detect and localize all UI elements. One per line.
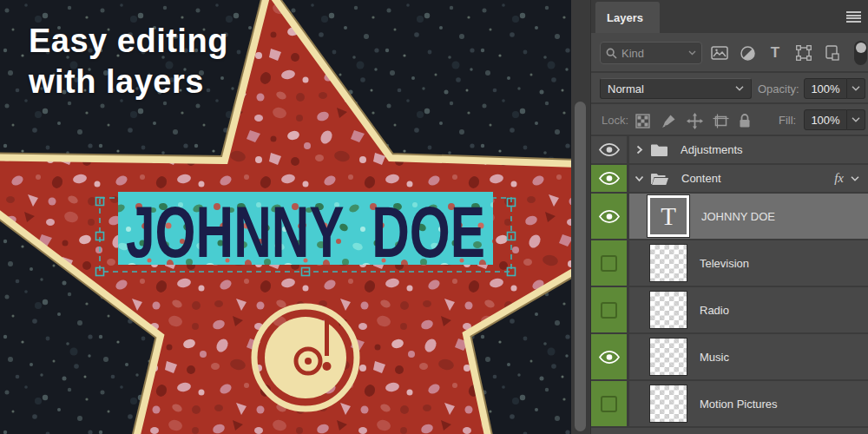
layer-name: Content bbox=[681, 172, 721, 185]
panel-tab-strip: Layers bbox=[591, 0, 868, 33]
folder-icon bbox=[650, 143, 668, 157]
layer-list: Adjustments Content bbox=[591, 136, 868, 428]
tab-layers-label: Layers bbox=[607, 11, 643, 24]
visibility-toggle[interactable] bbox=[591, 334, 629, 379]
eye-icon bbox=[599, 210, 620, 223]
photoshop-window: JOHNNY DOE Easy editing with layers Laye… bbox=[0, 0, 868, 434]
caption-line-1: Easy editing bbox=[29, 21, 228, 62]
layer-name: JOHNNY DOE bbox=[701, 210, 775, 223]
visibility-toggle[interactable] bbox=[591, 165, 629, 192]
lock-row: Lock: Fill: 100% bbox=[591, 104, 868, 136]
opacity-label: Opacity: bbox=[758, 82, 799, 95]
layer-row[interactable]: Content fx bbox=[591, 165, 868, 194]
lock-pixels-brush-icon[interactable] bbox=[659, 111, 678, 130]
layers-panel: Layers Kind T bbox=[590, 0, 868, 434]
visibility-checkbox bbox=[601, 255, 617, 272]
filter-kind-label: Kind bbox=[621, 47, 688, 60]
visibility-toggle[interactable] bbox=[591, 136, 629, 163]
visibility-checkbox bbox=[601, 396, 617, 412]
blend-mode-select[interactable]: Normal bbox=[600, 78, 752, 99]
layer-name: Motion Pictures bbox=[700, 398, 778, 411]
group-chevron-icon[interactable] bbox=[635, 174, 644, 183]
visibility-checkbox bbox=[601, 302, 617, 319]
chevron-down-icon bbox=[735, 86, 744, 91]
lock-label: Lock: bbox=[602, 114, 628, 127]
fill-chevron-icon[interactable] bbox=[847, 109, 865, 130]
filter-toggle[interactable] bbox=[854, 41, 867, 65]
eye-icon bbox=[599, 351, 620, 364]
visibility-toggle[interactable] bbox=[591, 381, 629, 426]
filter-kind-select[interactable]: Kind bbox=[600, 42, 702, 64]
layer-row[interactable]: T JOHNNY DOE bbox=[591, 194, 868, 240]
layer-thumbnail[interactable] bbox=[649, 338, 687, 376]
layer-thumbnail[interactable] bbox=[649, 385, 687, 423]
layer-thumbnail[interactable]: T bbox=[648, 195, 689, 237]
opacity-value: 100% bbox=[811, 82, 839, 95]
star-name-text[interactable]: JOHNNY DOE bbox=[126, 191, 485, 273]
layer-name: Radio bbox=[700, 304, 729, 317]
fill-value-field[interactable]: 100% bbox=[804, 109, 847, 130]
eye-icon bbox=[599, 172, 620, 185]
lock-all-icon[interactable] bbox=[735, 111, 754, 130]
scrollbar-thumb[interactable] bbox=[575, 102, 586, 431]
caption-line-2: with layers bbox=[29, 62, 228, 102]
music-record-emblem bbox=[254, 306, 357, 409]
layer-row[interactable]: Motion Pictures bbox=[591, 381, 868, 428]
text-layer-glyph: T bbox=[661, 202, 676, 231]
chevron-down-icon bbox=[688, 50, 696, 56]
layer-row[interactable]: Music bbox=[591, 334, 868, 381]
lock-artboard-icon[interactable] bbox=[711, 111, 730, 130]
visibility-toggle[interactable] bbox=[591, 194, 629, 239]
layer-thumbnail[interactable] bbox=[649, 244, 687, 282]
visibility-toggle[interactable] bbox=[591, 240, 629, 286]
panel-menu-icon[interactable] bbox=[846, 11, 861, 23]
tab-layers[interactable]: Layers bbox=[595, 2, 660, 33]
fx-icon[interactable]: fx bbox=[834, 171, 844, 186]
folder-open-icon bbox=[650, 172, 669, 186]
fill-label: Fill: bbox=[779, 114, 796, 127]
fx-chevron-icon[interactable] bbox=[851, 176, 859, 181]
filter-type-icon[interactable]: T bbox=[766, 43, 785, 62]
layer-thumbnail[interactable] bbox=[649, 291, 687, 329]
fill-value: 100% bbox=[811, 114, 839, 127]
opacity-value-field[interactable]: 100% bbox=[804, 78, 847, 99]
lock-transparency-icon[interactable] bbox=[633, 111, 652, 130]
lock-position-icon[interactable] bbox=[685, 111, 704, 130]
filter-shape-icon[interactable] bbox=[794, 43, 813, 62]
search-icon bbox=[606, 48, 617, 59]
layer-row[interactable]: Adjustments bbox=[591, 136, 868, 165]
filter-image-icon[interactable] bbox=[710, 43, 729, 62]
layer-name: Adjustments bbox=[681, 143, 743, 156]
layer-name: Music bbox=[700, 351, 729, 364]
layer-row[interactable]: Television bbox=[591, 240, 868, 287]
layer-row[interactable]: Radio bbox=[591, 287, 868, 334]
document-canvas[interactable]: JOHNNY DOE Easy editing with layers bbox=[0, 0, 571, 434]
marketing-caption: Easy editing with layers bbox=[29, 21, 228, 102]
group-chevron-icon[interactable] bbox=[635, 145, 644, 155]
filter-smart-object-icon[interactable] bbox=[823, 43, 842, 62]
opacity-chevron-icon[interactable] bbox=[847, 78, 865, 99]
layer-name: Television bbox=[700, 257, 749, 270]
filter-adjustment-icon[interactable] bbox=[738, 43, 757, 62]
visibility-toggle[interactable] bbox=[591, 287, 629, 332]
blend-mode-value: Normal bbox=[608, 82, 735, 95]
scrollbar[interactable] bbox=[571, 0, 590, 434]
layer-filter-row: Kind T bbox=[591, 33, 868, 73]
eye-icon bbox=[599, 143, 620, 156]
blend-mode-row: Normal Opacity: 100% bbox=[591, 73, 868, 104]
